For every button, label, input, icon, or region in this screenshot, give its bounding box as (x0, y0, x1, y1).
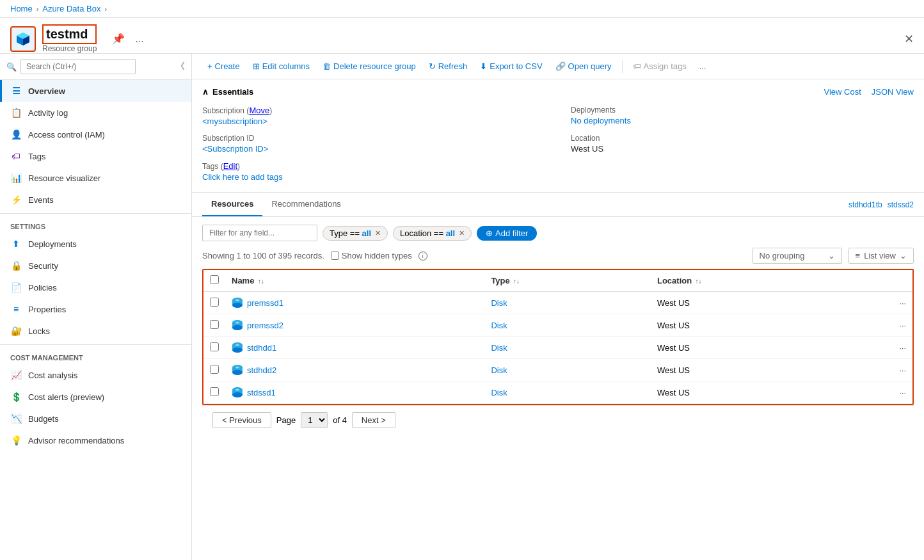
essentials-header: ∧ Essentials View Cost JSON View (202, 87, 914, 97)
sidebar: 🔍 《 ☰ Overview 📋 Activity log 👤 Access c… (0, 54, 192, 560)
edit-columns-button[interactable]: ⊞ Edit columns (248, 59, 315, 74)
sidebar-item-advisor-recommendations[interactable]: 💡 Advisor recommendations (0, 429, 191, 451)
sidebar-item-policies[interactable]: 📄 Policies (0, 276, 191, 298)
subscription-id-link[interactable]: <Subscription ID> (202, 144, 268, 154)
breadcrumb-azure-data-box[interactable]: Azure Data Box (42, 4, 100, 13)
sidebar-item-budgets[interactable]: 📉 Budgets (0, 408, 191, 429)
resource-name-link[interactable]: premssd1 (232, 297, 478, 308)
add-tags-link[interactable]: Click here to add tags (202, 172, 283, 182)
page-select[interactable]: 1 2 3 4 (301, 412, 328, 428)
row-checkbox[interactable] (210, 387, 219, 396)
sidebar-item-activity-log[interactable]: 📋 Activity log (0, 102, 191, 124)
essentials-location-row: Location West US (571, 131, 914, 156)
cell-name: stdssd1 (225, 381, 484, 404)
sidebar-item-cost-analysis[interactable]: 📈 Cost analysis (0, 364, 191, 386)
cell-name: premssd1 (225, 292, 484, 314)
tab-recommendations[interactable]: Recommendations (262, 193, 349, 216)
resource-name-link[interactable]: premssd2 (232, 319, 478, 331)
add-filter-icon: ⊕ (486, 228, 493, 238)
row-actions[interactable]: ··· (880, 337, 912, 359)
location-sort-icon[interactable]: ↑↓ (696, 278, 702, 285)
sidebar-item-resource-visualizer[interactable]: 📊 Resource visualizer (0, 167, 191, 189)
type-link[interactable]: Disk (491, 298, 507, 308)
type-link[interactable]: Disk (491, 343, 507, 353)
essentials-collapse-icon[interactable]: ∧ (202, 87, 209, 97)
next-button[interactable]: Next > (352, 412, 395, 428)
refresh-button[interactable]: ↻ Refresh (424, 59, 473, 74)
content-area: + Create ⊞ Edit columns 🗑 Delete resourc… (192, 54, 924, 560)
info-icon: i (418, 252, 427, 260)
search-input[interactable] (20, 59, 136, 74)
type-filter-remove[interactable]: ✕ (375, 229, 381, 237)
view-cost-link[interactable]: View Cost (824, 87, 861, 97)
pin-button[interactable]: 📌 (109, 30, 127, 47)
grouping-label: No grouping (760, 251, 805, 260)
row-actions[interactable]: ··· (880, 381, 912, 404)
location-value: West US (571, 144, 914, 154)
sidebar-item-properties[interactable]: ≡ Properties (0, 298, 191, 320)
more-options-button[interactable]: ... (132, 31, 146, 47)
close-button[interactable]: ✕ (904, 32, 914, 46)
tags-edit-link[interactable]: Edit (223, 161, 237, 171)
select-all-checkbox[interactable] (210, 275, 219, 284)
subscription-move-link[interactable]: Move (249, 106, 269, 115)
sidebar-item-deployments[interactable]: ⬆ Deployments (0, 233, 191, 255)
search-icon: 🔍 (6, 62, 17, 72)
breadcrumb-home[interactable]: Home (10, 4, 33, 13)
grouping-dropdown[interactable]: No grouping ⌄ (753, 248, 842, 264)
type-link[interactable]: Disk (491, 321, 507, 330)
row-checkbox[interactable] (210, 342, 219, 351)
type-sort-icon[interactable]: ↑↓ (513, 278, 520, 285)
sidebar-item-security[interactable]: 🔒 Security (0, 255, 191, 276)
assign-tags-button[interactable]: 🏷 Assign tags (628, 59, 692, 74)
sidebar-item-label: Activity log (28, 108, 68, 118)
badge-stdssd2[interactable]: stdssd2 (888, 200, 914, 209)
subscription-link[interactable]: <mysubscription> (202, 116, 267, 126)
export-csv-button[interactable]: ⬇ Export to CSV (475, 59, 547, 74)
sidebar-item-access-control[interactable]: 👤 Access control (IAM) (0, 124, 191, 145)
name-sort-icon[interactable]: ↑↓ (258, 278, 264, 285)
sidebar-item-cost-alerts[interactable]: 💲 Cost alerts (preview) (0, 386, 191, 408)
sidebar-item-locks[interactable]: 🔐 Locks (0, 320, 191, 342)
view-dropdown[interactable]: ≡ List view ⌄ (848, 248, 914, 264)
subscription-id-value: <Subscription ID> (202, 144, 545, 154)
open-query-button[interactable]: 🔗 Open query (550, 59, 617, 74)
row-checkbox[interactable] (210, 365, 219, 374)
sidebar-item-tags[interactable]: 🏷 Tags (0, 145, 191, 167)
disk-icon (232, 319, 243, 331)
svg-point-7 (235, 300, 239, 301)
locks-icon: 🔐 (10, 325, 22, 337)
show-hidden-types-checkbox[interactable] (331, 252, 339, 260)
show-hidden-types-label[interactable]: Show hidden types (331, 251, 412, 260)
table-row: premssd2 Disk West US ··· (203, 314, 912, 337)
previous-button[interactable]: < Previous (212, 412, 271, 428)
more-toolbar-button[interactable]: ... (694, 59, 712, 74)
json-view-link[interactable]: JSON View (872, 87, 914, 97)
essentials-deployments-row: Deployments No deployments (571, 103, 914, 129)
location-filter-remove[interactable]: ✕ (459, 229, 465, 237)
sidebar-item-events[interactable]: ⚡ Events (0, 189, 191, 211)
resource-name-link[interactable]: stdhdd2 (232, 364, 478, 376)
delete-resource-group-button[interactable]: 🗑 Delete resource group (317, 59, 421, 74)
deployments-link[interactable]: No deployments (571, 116, 631, 125)
add-filter-button[interactable]: ⊕ Add filter (477, 226, 537, 241)
sidebar-item-overview[interactable]: ☰ Overview (0, 80, 191, 102)
essentials-subscription-row: Subscription (Move) <mysubscription> (202, 103, 545, 129)
row-actions[interactable]: ··· (880, 359, 912, 381)
sidebar-item-label: Security (28, 261, 58, 271)
type-link[interactable]: Disk (491, 388, 507, 397)
filter-input[interactable] (202, 225, 317, 241)
resource-name-link[interactable]: stdssd1 (232, 387, 478, 398)
row-checkbox[interactable] (210, 298, 219, 307)
type-link[interactable]: Disk (491, 365, 507, 375)
row-actions[interactable]: ··· (880, 292, 912, 314)
sidebar-item-label: Cost analysis (28, 371, 77, 380)
tab-resources[interactable]: Resources (202, 193, 262, 216)
collapse-sidebar-button[interactable]: 《 (176, 61, 185, 72)
resource-name-link[interactable]: stdhdd1 (232, 342, 478, 353)
row-checkbox[interactable] (210, 320, 219, 329)
create-button[interactable]: + Create (202, 59, 245, 74)
cell-location: West US (651, 381, 880, 404)
row-actions[interactable]: ··· (880, 314, 912, 337)
badge-stdhdd1tb[interactable]: stdhdd1tb (848, 200, 882, 209)
